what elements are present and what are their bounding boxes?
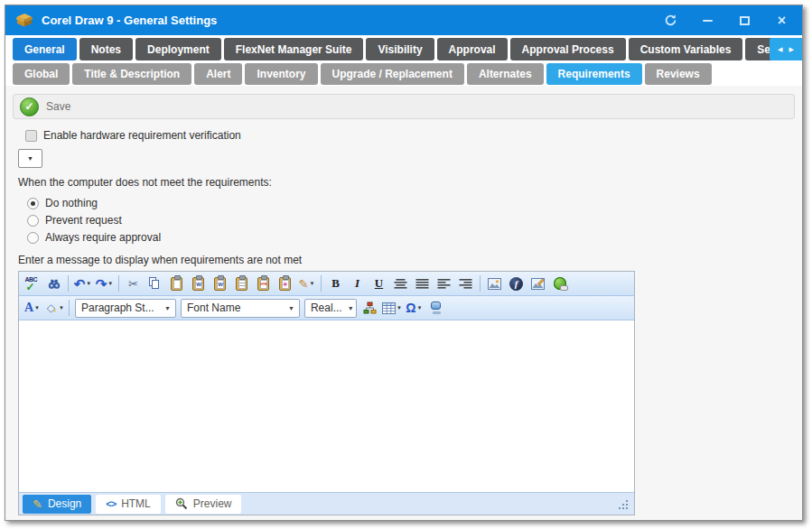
bold-icon: B (331, 276, 340, 291)
spellcheck-button[interactable]: ABC✓ (22, 274, 42, 293)
chevron-down-icon: ▼ (107, 281, 113, 286)
fill-color-button[interactable]: ▼ (43, 298, 65, 318)
editor-tab-design[interactable]: ✎Design (23, 495, 91, 514)
paste-word-clean-button[interactable]: W (210, 274, 230, 293)
copy-button[interactable] (145, 274, 165, 293)
align-right-button[interactable] (455, 274, 476, 293)
paste-word-clean-icon: W (214, 277, 226, 291)
tab-global[interactable]: Global (13, 63, 70, 85)
radio-label: Always require approval (45, 231, 161, 244)
hyperlink-icon (554, 277, 566, 290)
find-icon (47, 277, 61, 291)
undo-icon: ↶ (74, 277, 86, 291)
tab-approval-process[interactable]: Approval Process (510, 38, 626, 60)
tab-visibility[interactable]: Visibility (366, 38, 434, 60)
chevron-down-icon: ▼ (86, 281, 91, 286)
tab-scroll-left-button[interactable]: ◀ (777, 46, 783, 53)
radio-label: Do nothing (45, 197, 98, 209)
media-button[interactable] (425, 298, 446, 318)
refresh-icon (664, 14, 677, 27)
omega-icon: Ω (406, 302, 415, 314)
tab-title-description[interactable]: Title & Description (72, 63, 191, 85)
editor-canvas[interactable] (19, 320, 634, 492)
maximize-button[interactable] (737, 13, 752, 28)
tab-upgrade-replacement[interactable]: Upgrade / Replacement (321, 63, 464, 85)
paste-text-button[interactable] (231, 274, 252, 293)
tab-general[interactable]: General (13, 38, 77, 60)
action-toolbar: ✓ Save (13, 94, 795, 119)
copy-icon (149, 277, 161, 290)
hardware-requirement-dropdown-button[interactable]: ▼ (18, 149, 42, 168)
tab-alternates[interactable]: Alternates (467, 63, 544, 85)
cut-button[interactable]: ✂ (123, 274, 144, 293)
underline-button[interactable]: U (369, 274, 389, 293)
omega-button[interactable]: Ω▼ (404, 298, 425, 318)
chevron-down-icon: ▼ (397, 305, 402, 311)
tab-scroll-right-button[interactable]: ▶ (789, 46, 795, 53)
combobox-value: Real... (311, 302, 342, 314)
package-icon (15, 13, 33, 29)
bold-button[interactable]: B (325, 274, 346, 293)
editor-tab-html[interactable]: <>HTML (96, 495, 161, 514)
paste-word-button[interactable]: W (188, 274, 209, 293)
paste-special-button[interactable]: ∗ (275, 274, 295, 293)
save-label: Save (46, 100, 70, 113)
org-chart-icon (363, 302, 377, 314)
radio-prevent-request[interactable]: Prevent request (27, 214, 802, 227)
image-icon (488, 278, 501, 290)
image-edit-button[interactable] (527, 274, 548, 293)
minimize-icon (703, 20, 713, 22)
combobox-value: Paragraph St... (81, 302, 154, 314)
minimize-button[interactable] (700, 13, 715, 28)
font-color-button[interactable]: A▼ (22, 298, 42, 318)
save-button[interactable]: ✓ Save (20, 97, 70, 116)
editor-view-tabs: ✎Design<>HTMLPreview (19, 492, 634, 515)
close-button[interactable]: × (774, 13, 789, 28)
hyperlink-button[interactable] (549, 274, 570, 293)
align-right-icon (459, 278, 472, 290)
chevron-down-icon: ▼ (164, 305, 171, 311)
italic-icon: I (355, 276, 359, 291)
font-name-combobox[interactable]: Font Name▼ (181, 299, 300, 318)
tab-requirements[interactable]: Requirements (546, 63, 642, 85)
toolbar-separator (480, 275, 481, 292)
resize-grip[interactable] (617, 498, 629, 510)
titlebar: Corel Draw 9 - General Settings × (5, 5, 802, 35)
format-painter-button[interactable]: ✎▼ (296, 274, 317, 293)
tab-notes[interactable]: Notes (79, 38, 133, 60)
italic-button[interactable]: I (347, 274, 368, 293)
justify-button[interactable] (412, 274, 433, 293)
find-button[interactable] (43, 274, 64, 293)
redo-button[interactable]: ↷▼ (94, 274, 115, 293)
paste-button[interactable] (166, 274, 187, 293)
tab-inventory[interactable]: Inventory (245, 63, 317, 85)
real-combobox[interactable]: Real...▼ (304, 299, 357, 318)
paragraph-st-combobox[interactable]: Paragraph St...▼ (75, 299, 176, 318)
chevron-down-icon: ▼ (417, 305, 423, 311)
chevron-right-icon: ▶ (789, 46, 794, 52)
radio-always-require-approval[interactable]: Always require approval (27, 231, 802, 244)
tab-deployment[interactable]: Deployment (135, 38, 221, 60)
editor-tab-preview[interactable]: Preview (165, 495, 242, 514)
tab-reviews[interactable]: Reviews (645, 63, 712, 85)
hardware-verification-checkbox-row[interactable]: Enable hardware requirement verification (25, 129, 802, 142)
flash-button[interactable]: f (506, 274, 527, 293)
image-button[interactable] (484, 274, 505, 293)
tab-approval[interactable]: Approval (437, 38, 508, 60)
fill-color-icon (44, 302, 58, 314)
org-chart-button[interactable] (359, 298, 380, 318)
undo-button[interactable]: ↶▼ (72, 274, 93, 293)
tab-flexnet-manager-suite[interactable]: FlexNet Manager Suite (224, 38, 364, 60)
align-center-button[interactable] (390, 274, 411, 293)
align-left-button[interactable] (434, 274, 454, 293)
radio-do-nothing[interactable]: Do nothing (27, 197, 802, 209)
paste-html-icon: HTM (257, 277, 269, 291)
toolbar-separator (118, 275, 119, 292)
radio-button-icon (27, 198, 39, 209)
refresh-button[interactable] (663, 13, 678, 28)
table-button[interactable]: ▼ (381, 298, 403, 318)
tab-custom-variables[interactable]: Custom Variables (629, 38, 743, 60)
tab-alert[interactable]: Alert (194, 63, 242, 85)
paste-html-button[interactable]: HTM (253, 274, 274, 293)
chevron-down-icon: ▼ (309, 281, 314, 286)
